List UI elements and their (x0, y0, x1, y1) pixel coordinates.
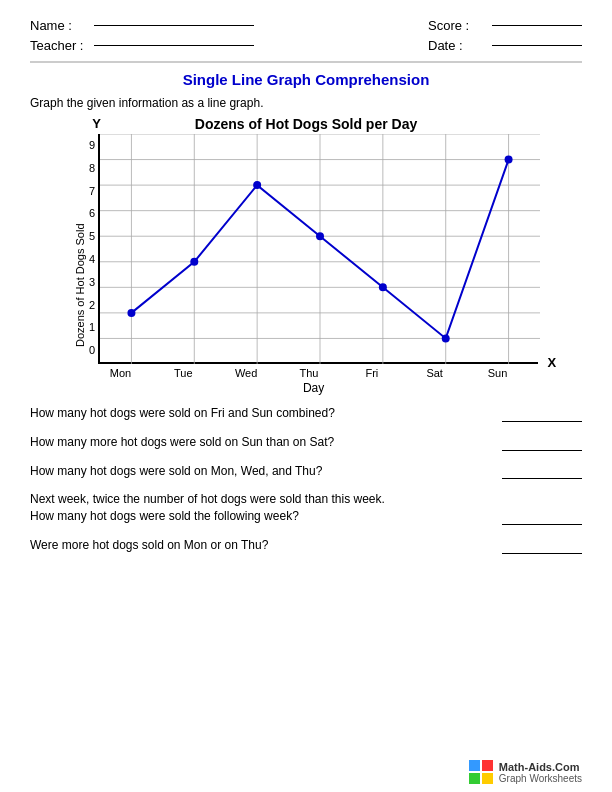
question-block-3: How many hot dogs were sold on Mon, Wed,… (30, 463, 582, 480)
x-tick-mon: Mon (90, 367, 150, 379)
y-tick-7: 7 (89, 180, 95, 203)
footer: Math-Aids.Com Graph Worksheets (469, 760, 582, 784)
question-text-2: How many more hot dogs were sold on Sun … (30, 434, 492, 451)
chart-wrapper: 0123456789 Y X (89, 134, 538, 364)
y-tick-5: 5 (89, 225, 95, 248)
header-divider (30, 61, 582, 63)
footer-text: Math-Aids.Com Graph Worksheets (499, 761, 582, 784)
left-fields: Name : Teacher : (30, 18, 254, 53)
x-tick-thu: Thu (279, 367, 339, 379)
y-tick-4: 4 (89, 248, 95, 271)
question-block-2: How many more hot dogs were sold on Sun … (30, 434, 582, 451)
instruction-text: Graph the given information as a line gr… (30, 96, 582, 110)
chart-area: Y X (98, 134, 538, 364)
score-row: Score : (428, 18, 582, 33)
question-row-2: How many more hot dogs were sold on Sun … (30, 434, 582, 451)
date-label: Date : (428, 38, 488, 53)
footer-icon (469, 760, 493, 784)
graph-title: Dozens of Hot Dogs Sold per Day (195, 116, 417, 132)
graph-section: Dozens of Hot Dogs Sold per Day Dozens o… (30, 116, 582, 395)
right-fields: Score : Date : (428, 18, 582, 53)
y-tick-6: 6 (89, 202, 95, 225)
question-row-4: Next week, twice the number of hot dogs … (30, 491, 582, 525)
y-tick-2: 2 (89, 294, 95, 317)
y-letter: Y (92, 116, 101, 131)
graph-with-axes: 0123456789 Y X MonTueWedThuFriSatSun (89, 134, 538, 395)
teacher-label: Teacher : (30, 38, 90, 53)
question-block-1: How many hot dogs were sold on Fri and S… (30, 405, 582, 422)
y-axis-labels: 0123456789 (89, 134, 95, 364)
footer-subtitle: Graph Worksheets (499, 773, 582, 784)
question-row-1: How many hot dogs were sold on Fri and S… (30, 405, 582, 422)
name-row: Name : (30, 18, 254, 33)
question-row-3: How many hot dogs were sold on Mon, Wed,… (30, 463, 582, 480)
name-field[interactable] (94, 25, 254, 26)
graph-area: Dozens of Hot Dogs Sold 0123456789 Y X (74, 134, 538, 395)
data-point-sat (442, 334, 450, 342)
y-axis-label: Dozens of Hot Dogs Sold (74, 175, 87, 395)
answer-line-5[interactable] (502, 553, 582, 554)
answer-line-1[interactable] (502, 421, 582, 422)
question-text-3: How many hot dogs were sold on Mon, Wed,… (30, 463, 492, 480)
y-tick-3: 3 (89, 271, 95, 294)
data-point-thu (316, 232, 324, 240)
x-tick-wed: Wed (216, 367, 276, 379)
x-axis-labels: MonTueWedThuFriSatSun (89, 367, 529, 379)
question-text-1: How many hot dogs were sold on Fri and S… (30, 405, 492, 422)
x-tick-tue: Tue (153, 367, 213, 379)
score-label: Score : (428, 18, 488, 33)
answer-line-3[interactable] (502, 478, 582, 479)
y-tick-0: 0 (89, 339, 95, 362)
svg-rect-18 (469, 773, 480, 784)
data-point-tue (190, 258, 198, 266)
teacher-field[interactable] (94, 45, 254, 46)
x-tick-sun: Sun (468, 367, 528, 379)
x-tick-fri: Fri (342, 367, 402, 379)
question-text-5: Were more hot dogs sold on Mon or on Thu… (30, 537, 492, 554)
name-label: Name : (30, 18, 90, 33)
date-field[interactable] (492, 45, 582, 46)
teacher-row: Teacher : (30, 38, 254, 53)
answer-line-2[interactable] (502, 450, 582, 451)
data-point-sun (505, 156, 513, 164)
header-section: Name : Teacher : Score : Date : (30, 18, 582, 53)
question-block-4: Next week, twice the number of hot dogs … (30, 491, 582, 525)
svg-rect-16 (469, 760, 480, 771)
page-title: Single Line Graph Comprehension (30, 71, 582, 88)
data-point-fri (379, 283, 387, 291)
x-tick-sat: Sat (405, 367, 465, 379)
chart-svg (100, 134, 540, 364)
data-point-wed (253, 181, 261, 189)
svg-rect-19 (482, 773, 493, 784)
question-block-5: Were more hot dogs sold on Mon or on Thu… (30, 537, 582, 554)
x-axis-label: Day (89, 381, 538, 395)
data-point-mon (128, 309, 136, 317)
x-letter: X (547, 355, 556, 370)
question-text-4: Next week, twice the number of hot dogs … (30, 491, 492, 525)
page: Name : Teacher : Score : Date : Single L… (0, 0, 612, 792)
y-tick-1: 1 (89, 316, 95, 339)
svg-rect-17 (482, 760, 493, 771)
date-row: Date : (428, 38, 582, 53)
y-tick-9: 9 (89, 134, 95, 157)
question-row-5: Were more hot dogs sold on Mon or on Thu… (30, 537, 582, 554)
questions-section: How many hot dogs were sold on Fri and S… (30, 405, 582, 554)
answer-line-4[interactable] (502, 524, 582, 525)
score-field[interactable] (492, 25, 582, 26)
y-tick-8: 8 (89, 157, 95, 180)
footer-site: Math-Aids.Com (499, 761, 582, 773)
